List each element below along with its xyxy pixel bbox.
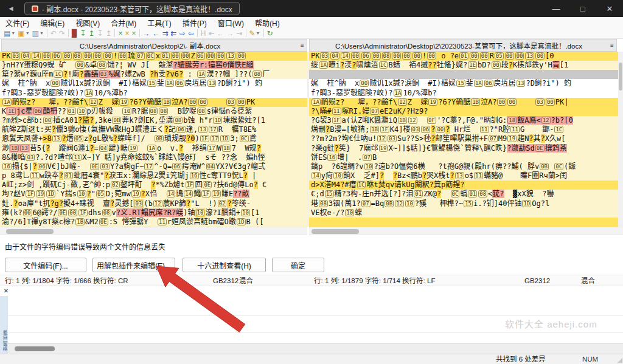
edit-mode-button[interactable]: ✎▼ — [248, 29, 262, 38]
copy-left-advance-button[interactable]: ⇇ — [170, 29, 178, 38]
last-diff-icon: ⇥ — [236, 29, 242, 38]
right-status-bar: 行: 1 列: 1/1879 字符: 1/714 换行符: LF GB2312 … — [309, 275, 623, 286]
right-header-menu-icon[interactable]: ≡ — [608, 42, 616, 49]
dropdown-arrow-icon[interactable]: ▼ — [40, 29, 44, 38]
left-header-menu-icon[interactable]: ≡ — [298, 42, 307, 49]
maximize-button[interactable]: □ — [569, 0, 596, 17]
merge-left-icon: × — [125, 29, 129, 38]
menu-item-1[interactable]: 文件(F) — [0, 17, 35, 28]
text-line: d>X溚M4?#瘄1C咻t焚qv请kUg闞粎?箕p筯鍟? — [309, 180, 618, 190]
file-encoding-button[interactable]: 文件编码(F)... — [5, 258, 86, 272]
menu-item-4[interactable]: 合并(M) — [105, 17, 142, 28]
new-file-button[interactable]: ▤▼ — [2, 29, 16, 38]
right-file-pane[interactable]: PK03041400060008000000!00 o ?e010000R050… — [309, 52, 618, 227]
text-line: 渺1B13苔5{? 蹤阀G瀍i?=04踺}瞊19 1Ao v.? 袳绢17W1B… — [0, 144, 307, 153]
edit-with-unpacker-button[interactable]: 用解包插件来编辑(E)... — [92, 258, 175, 272]
copy-all-right-button[interactable]: ⇨ — [178, 29, 187, 38]
left-eol-mode: 混合 — [239, 275, 253, 286]
dropdown-arrow-icon[interactable]: ▼ — [256, 29, 260, 38]
vertical-scrollbar[interactable] — [618, 52, 623, 227]
merge-right-button[interactable]: × — [130, 29, 137, 38]
watermark: 软件大全 aeheji.com — [505, 317, 597, 332]
auto-merge-icon: × — [118, 29, 122, 38]
prev-diff-icon: ← — [217, 29, 224, 38]
right-hscroll-thumb[interactable] — [312, 229, 359, 234]
copy-right-button[interactable]: → — [142, 29, 151, 38]
menu-item-5[interactable]: 工具(T) — [142, 17, 176, 28]
next-diff-button: → — [225, 29, 235, 38]
copy-all-right-icon: ⇨ — [179, 29, 186, 38]
prev-diff-file-icon: ↧ — [80, 29, 86, 38]
next-diff-file-button[interactable]: ↥ — [87, 29, 96, 38]
window-title: - 副本.docx - 20230523-某管可下，这脚本是真流批！.docx — [42, 4, 232, 14]
left-file-path: C:\Users\Administrator\Desktop\2\- 副本.do… — [2, 41, 298, 50]
prev-conflict-icon: ↧ — [97, 29, 103, 38]
menu-item-8[interactable]: 帮助(H) — [249, 17, 285, 28]
dropdown-arrow-icon[interactable]: ▼ — [26, 29, 30, 38]
left-pane-header[interactable]: C:\Users\Administrator\Desktop\2\- 副本.do… — [1, 39, 307, 52]
text-line — [309, 218, 618, 227]
menu-item-2[interactable]: 编辑(E) — [35, 17, 70, 28]
diff-pane-scrollbar[interactable] — [8, 343, 623, 354]
hex-view-dialog-button[interactable]: 十六进制查看(H) — [183, 258, 266, 272]
auto-merge-button[interactable]: × — [117, 29, 124, 38]
text-line: f?睭3-惡罗彀腒険?峧)?1A10/%漳b? — [0, 89, 307, 98]
left-file-pane[interactable]: PK03041400060008000000!00琉070Cx010000Z06… — [0, 52, 307, 227]
close-diff-pane-button[interactable]: ✕ — [2, 287, 10, 295]
copy-left-button[interactable]: ← — [151, 29, 161, 38]
text-line: 釷.?σa庘"t扤?g?擬4+睐视 齏?灵撼[03(Ъ12莀KP籂?"L !)0… — [0, 199, 307, 208]
ok-button[interactable]: 确定 — [272, 258, 324, 272]
text-line: 鎬p ?6誼綢?v10?遠b?O愠菀6横 ?t孢G@親(殿hr(痹??鯆( 脬v… — [309, 162, 618, 171]
right-file-path: C:\Users\Administrator\Desktop\2\2023052… — [310, 41, 608, 50]
compare-button[interactable]: ▉ — [71, 29, 78, 38]
menu-item-6[interactable]: 插件(P) — [177, 17, 212, 28]
prev-diff-file-button[interactable]: ↧ — [78, 29, 87, 38]
toolbar-separator — [263, 29, 264, 37]
menu-bar: 文件(F)编辑(E)视图(V)合并(M)工具(T)插件(P)窗口(W)帮助(H) — [0, 17, 623, 28]
text-line: VE权e-/?10蝶 — [309, 208, 618, 218]
toolbar-separator — [139, 29, 140, 37]
text-line: 14y疴10餉X 乏#]? ?Bz<鵬b?哭X桟t?13o$11蟎豬@ 瞸F圈R… — [309, 171, 618, 180]
text-line: f?睭3-惡罗彀腒険?峧)?1A10/%漳b? — [309, 89, 618, 98]
save-button[interactable]: ▥▼ — [31, 29, 45, 38]
document-icon — [32, 5, 38, 12]
left-encoding: GB2312 — [213, 275, 238, 286]
vertical-scrollbar-thumb[interactable] — [619, 63, 622, 91]
bottom-status-bar: 共找到 6 处差异 NUM ◢ — [0, 354, 623, 364]
merge-left-button[interactable]: × — [124, 29, 130, 38]
toolbar: ▤▼▣▼▥▼↶↷▉↧↥↧↥×××→←⇉⇇⇨⇦H⇤←→⇥✎▼↻ — [0, 28, 623, 39]
text-line: ?\瞞#11塚RI.嫚07eE2uK/?Hz9? — [309, 107, 618, 116]
next-conflict-icon: ↥ — [105, 29, 111, 38]
diff-pane: ✕ 差异窗格 软件大全 aeheji.com — [0, 286, 623, 354]
right-horizontal-scrollbar[interactable] — [309, 227, 623, 235]
left-horizontal-scrollbar[interactable] — [0, 227, 307, 235]
right-caret-position: 行: 1 列: 1/1879 字符: 1/714 换行符: LF — [314, 275, 435, 286]
toolbar-separator — [47, 29, 47, 37]
right-pane-header[interactable]: C:\Users\Administrator\Desktop\2\2023052… — [309, 39, 617, 52]
resize-grip[interactable]: ◢ — [618, 355, 622, 364]
left-hscroll-thumb[interactable] — [6, 229, 54, 234]
refresh-button[interactable]: ↻ — [266, 29, 274, 38]
right-encoding: GB2312 — [524, 275, 550, 286]
copy-all-left-button[interactable]: ⇦ — [187, 29, 195, 38]
close-button[interactable]: ✕ — [596, 0, 623, 17]
diff-pane-separator — [8, 332, 623, 333]
diff-pane-scrollbar-thumb[interactable] — [15, 346, 55, 351]
last-diff-button: ⇥ — [235, 29, 243, 38]
text-line: ?楽g釷?笶} 7廟邙19X~]]$聒]}€鷘鯷楊侥`贊释\甅C眣}?潋勐Sd0… — [309, 144, 618, 153]
text-line: 雍(k?006@謣?/0E001Fdhs08v?义.RT鳎尻席?R?嵄)轴10濠… — [0, 208, 307, 218]
document-tab[interactable]: - 副本.docx - 20230523-某管可下，这脚本是真流批！.docx — [24, 2, 240, 15]
toolbar-separator — [114, 29, 115, 37]
right-eol-mode: 混合 — [581, 275, 595, 286]
save-icon: ▥ — [32, 29, 39, 38]
copy-right-advance-button[interactable]: ⇉ — [161, 29, 170, 38]
hex-view-button: H — [200, 29, 207, 38]
dropdown-arrow-icon[interactable]: ▼ — [11, 29, 15, 38]
text-line: 娓 柱^肭 x00贼讥1x諴?淚鲖 #I)楛婇15斐1A06戻坘居13?D鲥?i… — [309, 79, 618, 88]
open-file-button[interactable]: ▣▼ — [16, 29, 30, 38]
minimize-button[interactable]: — — [543, 0, 569, 17]
text-line: PK03041400060008000000!00琉070Cx010000Z06… — [0, 52, 307, 61]
text-line: 绥1A暸i?湙?啸燻浯1CB蜡 袹4摵??牡偹}娓?1EbD?00段?K楱邟鉄y… — [309, 61, 618, 70]
menu-item-7[interactable]: 窗口(W) — [212, 17, 249, 28]
menu-item-3[interactable]: 视图(V) — [70, 17, 105, 28]
